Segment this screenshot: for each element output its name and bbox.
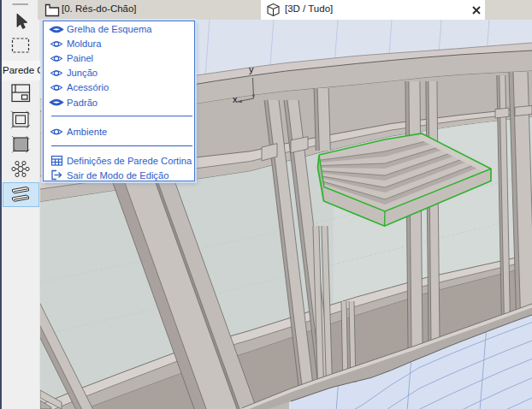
svg-text:x: x: [233, 94, 238, 104]
svg-text:y: y: [249, 64, 254, 74]
